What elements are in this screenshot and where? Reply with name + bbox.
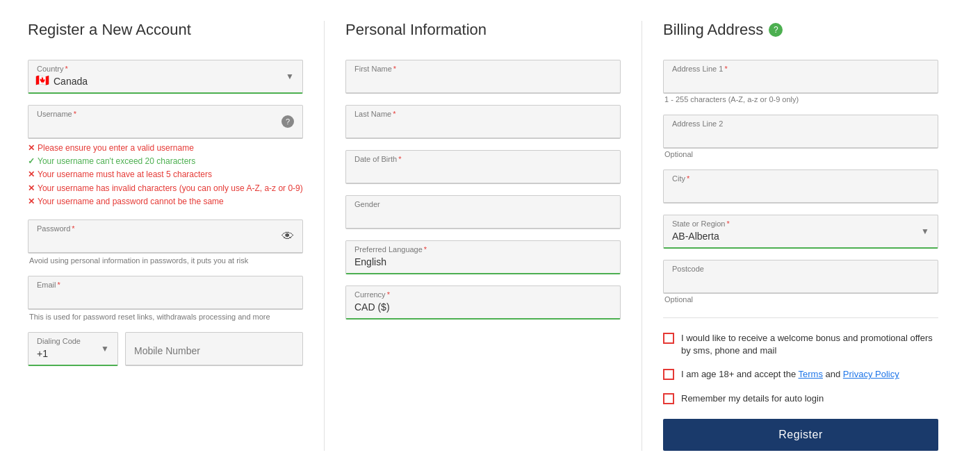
username-help-icon[interactable]: ? [281, 115, 294, 128]
address2-label: Address Line 2 [664, 115, 938, 128]
city-input[interactable] [664, 183, 938, 202]
city-field-group: City* [663, 169, 938, 204]
email-helper: This is used for password reset links, w… [28, 313, 303, 321]
postcode-label: Postcode [664, 260, 938, 273]
address2-helper: Optional [663, 150, 938, 158]
gender-field-group: Gender [345, 195, 621, 229]
address1-helper: 1 - 255 characters (A-Z, a-z or 0-9 only… [663, 95, 938, 103]
canada-flag-icon: 🇨🇦 [35, 73, 49, 86]
privacy-policy-link[interactable]: Privacy Policy [843, 369, 899, 379]
dialing-code-label: Dialing Code [28, 333, 117, 345]
billing-column: Billing Address ? Address Line 1* 1 - 25… [649, 21, 952, 451]
autologin-checkbox[interactable] [663, 393, 674, 404]
postcode-helper: Optional [663, 295, 938, 304]
password-field-group: Password* 👁 Avoid using personal informa… [28, 219, 303, 265]
divider-1 [324, 21, 325, 451]
age-checkbox-label: I am age 18+ and accept the Terms and Pr… [681, 368, 899, 381]
personal-column: Personal Information First Name* Last Na… [332, 21, 635, 451]
validation-item: ✓ Your username can't exceed 20 characte… [28, 155, 303, 168]
error-icon: ✕ [28, 195, 35, 208]
state-label: State or Region* [664, 215, 938, 228]
currency-value: CAD ($) [346, 299, 620, 318]
gender-label: Gender [346, 196, 620, 208]
address1-label: Address Line 1* [664, 60, 938, 73]
divider-2 [642, 21, 642, 451]
postcode-wrapper: Postcode [663, 260, 938, 294]
billing-help-icon[interactable]: ? [769, 23, 783, 37]
address1-field-group: Address Line 1* 1 - 255 characters (A-Z,… [663, 60, 938, 103]
dialing-select-input: Dialing Code ▼ [28, 332, 118, 366]
gender-input[interactable] [346, 208, 620, 228]
validation-item: ✕ Your username must have at least 5 cha… [28, 168, 303, 181]
dob-input[interactable] [346, 163, 620, 183]
dob-wrapper: Date of Birth* [345, 150, 621, 184]
country-input[interactable] [28, 73, 302, 92]
checkbox-item-promo: I would like to receive a welcome bonus … [663, 332, 938, 357]
billing-title-row: Billing Address ? [663, 21, 938, 39]
currency-label: Currency* [346, 286, 620, 299]
preferred-language-label: Preferred Language* [346, 241, 620, 254]
state-input[interactable] [664, 228, 938, 247]
last-name-input[interactable] [346, 118, 620, 138]
city-wrapper: City* [663, 169, 938, 204]
checkbox-item-age: I am age 18+ and accept the Terms and Pr… [663, 368, 938, 381]
password-wrapper: Password* 👁 [28, 219, 303, 254]
email-wrapper: Email* [28, 276, 303, 310]
first-name-input[interactable] [346, 73, 620, 92]
username-validation: ✕ Please ensure you enter a valid userna… [28, 142, 303, 208]
postcode-field-group: Postcode Optional [663, 260, 938, 304]
email-field-group: Email* This is used for password reset l… [28, 276, 303, 321]
address1-wrapper: Address Line 1* [663, 60, 938, 94]
username-label: Username* [28, 106, 302, 118]
mobile-number-wrapper [125, 332, 303, 366]
register-button[interactable]: Register [663, 419, 938, 451]
autologin-checkbox-label: Remember my details for auto login [681, 392, 824, 405]
city-label: City* [664, 170, 938, 183]
dob-field-group: Date of Birth* [345, 150, 621, 184]
personal-title: Personal Information [345, 21, 621, 39]
promo-checkbox[interactable] [663, 333, 674, 344]
error-icon: ✕ [28, 142, 35, 155]
last-name-wrapper: Last Name* [345, 105, 621, 139]
gender-wrapper: Gender [345, 195, 621, 229]
last-name-label: Last Name* [346, 106, 620, 118]
dialing-code-wrapper: Dialing Code ▼ [28, 332, 118, 366]
promo-checkbox-label: I would like to receive a welcome bonus … [681, 332, 938, 357]
address2-field-group: Address Line 2 Optional [663, 115, 938, 158]
validation-item: ✕ Please ensure you enter a valid userna… [28, 142, 303, 155]
dob-label: Date of Birth* [346, 151, 620, 163]
error-icon: ✕ [28, 168, 35, 181]
state-field-group: State or Region* ▼ [663, 215, 938, 249]
preferred-language-wrapper: Preferred Language* English [345, 240, 621, 274]
country-wrapper: Country* 🇨🇦 ▼ [28, 60, 303, 94]
mobile-input-wrapper [125, 332, 303, 366]
state-wrapper: State or Region* ▼ [663, 215, 938, 249]
checkbox-item-autologin: Remember my details for auto login [663, 392, 938, 405]
last-name-field-group: Last Name* [345, 105, 621, 139]
address1-input[interactable] [664, 73, 938, 92]
validation-item: ✕ Your username and password cannot be t… [28, 195, 303, 208]
dialing-code-input[interactable] [28, 345, 117, 365]
age-checkbox[interactable] [663, 369, 674, 380]
preferred-language-field-group: Preferred Language* English [345, 240, 621, 274]
preferred-language-value: English [346, 254, 620, 273]
register-column: Register a New Account Country* 🇨🇦 ▼ Use… [28, 21, 317, 451]
address2-input[interactable] [664, 128, 938, 147]
validation-item: ✕ Your username has invalid characters (… [28, 182, 303, 195]
terms-link[interactable]: Terms [799, 369, 823, 379]
password-helper: Avoid using personal information in pass… [28, 256, 303, 265]
password-input[interactable] [28, 233, 302, 252]
mobile-number-input[interactable] [126, 333, 302, 362]
currency-wrapper: Currency* CAD ($) [345, 285, 621, 320]
billing-divider [663, 317, 938, 318]
first-name-label: First Name* [346, 60, 620, 73]
postcode-input[interactable] [664, 273, 938, 292]
address2-wrapper: Address Line 2 [663, 115, 938, 149]
email-input[interactable] [28, 289, 302, 308]
email-label: Email* [28, 276, 302, 289]
phone-field-group: Dialing Code ▼ [28, 332, 303, 366]
password-visibility-icon[interactable]: 👁 [281, 229, 294, 243]
username-input[interactable] [28, 118, 302, 138]
first-name-wrapper: First Name* [345, 60, 621, 94]
first-name-field-group: First Name* [345, 60, 621, 94]
